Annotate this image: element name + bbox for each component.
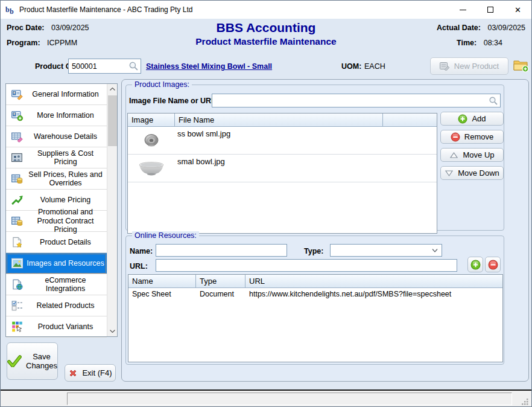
exit-button[interactable]: Exit (F4) — [65, 364, 116, 382]
app-logo-icon: b b — [5, 5, 16, 15]
close-icon: ✕ — [515, 6, 521, 14]
column-header-name[interactable]: Name — [128, 275, 196, 287]
sidebar-item-label: eCommerce Integrations — [25, 276, 106, 293]
scroll-up-icon[interactable] — [107, 84, 118, 94]
resource-url: https://www.kitchendelights.net.au/pdf/S… — [245, 288, 502, 301]
sidebar-item-warehouse-details[interactable]: Warehouse Details — [6, 126, 107, 147]
add-icon — [470, 260, 481, 270]
bowl-top-thumbnail — [128, 127, 175, 154]
sidebar-item-label: General Information — [25, 90, 106, 99]
actual-date: Actual Date: 03/09/2025 — [437, 24, 525, 32]
online-resources-table: Name Type URL Spec Sheet Document https:… — [128, 274, 503, 362]
folder-add-icon — [513, 57, 529, 73]
sidebar-item-label: More Information — [25, 111, 106, 120]
resource-type: Document — [196, 288, 245, 301]
sidebar-item-product-details[interactable]: Product Details — [6, 232, 107, 253]
product-images-group-label: Product Images: — [132, 80, 192, 89]
sidebar-item-sell-prices[interactable]: Sell Prices, Rules and Overrides — [6, 168, 107, 190]
add-image-button[interactable]: Add — [440, 112, 504, 126]
image-file-search-icon[interactable] — [489, 96, 498, 106]
resource-type-label: Type: — [304, 247, 323, 255]
sidebar-scrollbar[interactable] — [107, 84, 117, 336]
sidebar-item-suppliers-cost-pricing[interactable]: Suppliers & Cost Pricing — [6, 147, 107, 168]
sidebar-item-images-and-resources[interactable]: Images and Resources — [6, 253, 107, 274]
sidebar-item-label: Related Products — [25, 301, 106, 310]
maximize-button[interactable] — [477, 1, 504, 19]
resource-name-input[interactable] — [156, 244, 287, 257]
column-header-file-name[interactable]: File Name — [175, 114, 383, 126]
status-bar — [1, 391, 531, 407]
image-file-input[interactable] — [212, 94, 501, 107]
growth-arrow-icon — [11, 194, 23, 206]
svg-text:b: b — [5, 5, 10, 14]
sidebar-item-ecommerce-integrations[interactable]: eCommerce Integrations — [6, 274, 107, 295]
triangle-up-icon — [449, 152, 458, 159]
resize-grip[interactable] — [521, 398, 529, 406]
sidebar-item-general-information[interactable]: General Information — [6, 84, 107, 105]
sidebar-item-label: Images and Resources — [25, 259, 106, 268]
image-file-name: ss bowl sml.jpg — [177, 129, 230, 138]
picture-icon — [11, 258, 23, 269]
minimize-button[interactable] — [449, 1, 477, 19]
save-changes-button[interactable]: Save Changes — [7, 342, 58, 380]
image-file-name: smal bowl.jpg — [177, 157, 225, 166]
sidebar-item-label: Sell Prices, Rules and Overrides — [25, 170, 106, 188]
close-button[interactable]: ✕ — [504, 1, 531, 19]
resource-url-input[interactable] — [156, 259, 457, 272]
sidebar-item-product-variants[interactable]: Product Variants — [6, 316, 107, 338]
new-product-button[interactable]: New Product — [430, 57, 508, 75]
product-images-table: Image File Name ss bowl sml.jpg — [127, 113, 437, 234]
resource-row-1[interactable]: Spec Sheet Document https://www.kitchend… — [128, 288, 502, 301]
move-up-button[interactable]: Move Up — [440, 148, 504, 162]
promo-table-coins-icon — [11, 216, 23, 227]
remove-image-button[interactable]: Remove — [440, 130, 504, 144]
remove-resource-button[interactable] — [485, 257, 501, 272]
sidebar-item-related-products[interactable]: Related Products — [6, 295, 107, 316]
image-row-1[interactable]: ss bowl sml.jpg — [128, 127, 437, 155]
open-folder-add-button[interactable] — [511, 57, 530, 75]
column-header-url[interactable]: URL — [245, 275, 502, 287]
sidebar-item-promotional-pricing[interactable]: Promotional and Product Contract Pricing — [6, 211, 107, 232]
scrollbar-thumb[interactable] — [108, 95, 117, 146]
time-value: 08:34 — [484, 39, 502, 47]
sidebar-list: General Information More Information War… — [6, 84, 107, 336]
column-header-image[interactable]: Image — [128, 114, 175, 126]
bowl-side-thumbnail — [128, 155, 175, 182]
sidebar-item-label: Promotional and Product Contract Pricing — [25, 208, 106, 234]
check-icon — [7, 355, 22, 367]
column-header-type[interactable]: Type — [196, 275, 245, 287]
add-label: Add — [472, 114, 486, 123]
sidebar-nav: General Information More Information War… — [5, 83, 118, 337]
product-images-group: Product Images: Image File Name or URL: … — [125, 85, 504, 231]
document-star-icon — [11, 237, 23, 248]
resource-type-select[interactable] — [330, 244, 442, 257]
minimize-icon — [460, 10, 466, 10]
variant-squares-icon — [11, 321, 23, 333]
image-row-2[interactable]: smal bowl.jpg — [128, 155, 437, 182]
remove-label: Remove — [464, 132, 493, 141]
online-resources-group: Online Resources: Name: Type: URL: Name … — [125, 236, 504, 365]
document-globe-icon — [11, 279, 23, 290]
new-product-label: New Product — [454, 62, 499, 71]
product-description-link[interactable]: Stainless Steel Mixing Bowl - Small — [146, 62, 272, 71]
new-product-icon — [440, 62, 450, 71]
sidebar-item-label: Warehouse Details — [25, 132, 106, 141]
scroll-down-icon[interactable] — [107, 326, 118, 336]
sidebar-item-label: Volume Pricing — [25, 196, 106, 205]
image-file-label: Image File Name or URL: — [129, 97, 218, 105]
exit-label: Exit (F4) — [82, 368, 112, 377]
sidebar-item-more-information[interactable]: More Information — [6, 105, 107, 126]
images-table-header: Image File Name — [128, 114, 437, 127]
move-down-button[interactable]: Move Down — [440, 166, 504, 180]
product-code-search-icon[interactable] — [128, 61, 139, 71]
actual-date-label: Actual Date: — [437, 24, 481, 32]
status-panel — [67, 393, 512, 405]
resources-table-header: Name Type URL — [128, 275, 502, 288]
resource-name: Spec Sheet — [128, 288, 196, 301]
add-resource-button[interactable] — [467, 257, 483, 272]
screen-title: Product Masterfile Maintenance — [1, 36, 531, 47]
remove-icon — [451, 132, 460, 142]
resource-name-label: Name: — [130, 247, 153, 255]
exit-x-icon — [68, 368, 78, 378]
product-bar: Product Code: Stainless Steel Mixing Bow… — [1, 54, 531, 79]
